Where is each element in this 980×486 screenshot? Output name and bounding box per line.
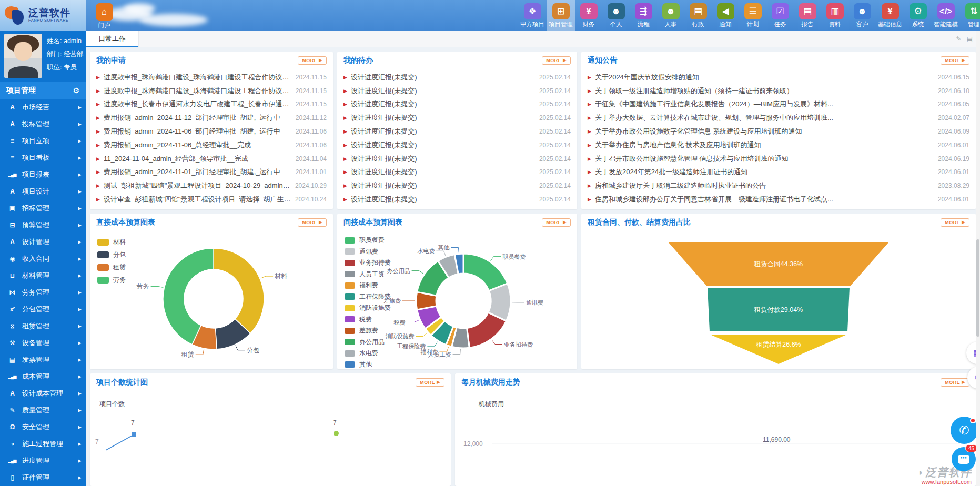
sidebar-item[interactable]: ⋈劳务管理▶ [0,284,86,301]
clipboard-icon[interactable]: ▤ [967,35,973,43]
sidebar-item[interactable]: ▯证件管理▶ [0,469,86,486]
nav-item-6[interactable]: ☻人事 [657,0,684,31]
sidebar-item[interactable]: A项目设计▶ [0,183,86,200]
sidebar-item[interactable]: ⊔材料管理▶ [0,267,86,284]
nav-item-12[interactable]: ▥资料 [821,0,848,31]
legend-item[interactable]: 人员工资 [345,270,391,279]
nav-item-11[interactable]: ▤报告 [794,0,821,31]
sidebar-item[interactable]: ⊟预算管理▶ [0,217,86,234]
list-item[interactable]: ▶关于2024年国庆节放假安排的通知2024.06.15 [588,70,969,84]
legend-item[interactable]: 材料 [97,238,126,247]
list-item[interactable]: ▶住房和城乡建设部办公厅关于同意吉林省开展二级建造师注册证书电子化试点...20… [588,193,969,206]
sidebar-item[interactable]: ⧖租赁管理▶ [0,318,86,335]
sidebar-item[interactable]: A设计管理▶ [0,234,86,250]
more-button[interactable]: MORE▶ [941,56,969,65]
legend-item[interactable]: 职员餐费 [345,236,391,245]
nav-item-15[interactable]: ⚙系统 [904,0,932,31]
list-item[interactable]: ▶设计进度汇报(未提交)2025.02.14 [343,193,571,206]
edit-icon[interactable]: ✎ [956,35,962,43]
more-button[interactable]: MORE▶ [542,218,571,227]
list-item[interactable]: ▶进度款申报_珠海鹤港口建设_珠海鹤港口建设工程合作协议书_admin_...2… [96,84,327,98]
sidebar-item[interactable]: ◑施工过程管理▶ [0,436,86,452]
legend-item[interactable]: 业务招待费 [345,258,391,267]
list-item[interactable]: ▶费用报销_admin_2024-11-06_总经理审批__完成2024.11.… [96,138,327,152]
sidebar-item[interactable]: Ω安全管理▶ [0,419,86,436]
legend-item[interactable]: 通讯费 [345,247,391,256]
nav-item-2[interactable]: ⊞项目管理 [547,0,575,31]
sidebar-item[interactable]: A设计成本管理▶ [0,385,86,402]
nav-item-7[interactable]: ▤行政 [684,0,712,31]
nav-item-9[interactable]: ☰计划 [739,0,766,31]
sidebar-item[interactable]: ▣招标管理▶ [0,200,86,217]
list-item[interactable]: ▶关于领取一级注册建造师增项贴的通知（须持一建证书前来领取）2024.06.10 [588,84,969,98]
list-item[interactable]: ▶关于举办市政公用设施数字化管理信息 系统建设与应用培训班的通知2024.06.… [588,125,969,138]
list-item[interactable]: ▶费用报销_admin_2024-11-01_部门经理审批_胡建,_运行中202… [96,166,327,179]
legend-item[interactable]: 分包 [97,250,126,259]
list-item[interactable]: ▶关于召开市政公用设施智慧化管理 信息技术与应用培训班的通知2024.06.19 [588,152,969,166]
list-item[interactable]: ▶进度款申报_长春市伊通河水力发电厂改建工程_长春市伊通河水力发电...2024… [96,98,327,112]
list-item[interactable]: ▶设计进度汇报(未提交)2025.02.14 [343,84,571,98]
list-item[interactable]: ▶费用报销_admin_2024-11-12_部门经理审批_胡建,_运行中202… [96,111,327,125]
sidebar-item[interactable]: ▂▄▆成本管理▶ [0,368,86,385]
legend-item[interactable]: 其他 [345,360,391,369]
list-item[interactable]: ▶设计进度汇报(未提交)2025.02.14 [343,125,571,138]
list-item[interactable]: ▶房和城乡建设厅关于取消二级建造师临时执业证书的公告2023.08.29 [588,179,969,193]
list-item[interactable]: ▶设计进度汇报(未提交)2025.02.14 [343,111,571,125]
chat-button[interactable]: 45 ⋯ [952,447,976,471]
nav-item-14[interactable]: ¥基础信息 [876,0,904,31]
more-button[interactable]: MORE▶ [941,218,969,227]
list-item[interactable]: ▶关于举办大数据、云计算技术在城市建设、规划、管理与服务中的应用培训班...20… [588,111,969,125]
customer-service-button[interactable]: ✆ [951,417,978,444]
legend-item[interactable]: 税费 [345,315,391,324]
list-item[interactable]: ▶11_2024-11-04_admin_经营部_领导审批__完成2024.11… [96,152,327,166]
legend-item[interactable]: 办公用品 [345,338,391,347]
list-item[interactable]: ▶设计审查_彭祖新城"四馆"景观工程设计项目_请选择_胡广生_2024-10-2… [96,193,327,206]
legend-item[interactable]: 劳务 [97,276,126,285]
legend-item[interactable]: 水电费 [345,349,391,358]
list-item[interactable]: ▶设计进度汇报(未提交)2025.02.14 [343,98,571,112]
tab-daily-work[interactable]: 日常工作 [86,31,139,47]
legend-item[interactable]: 消防设施费 [345,303,391,312]
list-item[interactable]: ▶费用报销_admin_2024-11-06_部门经理审批_胡建,_运行中202… [96,125,327,138]
sidebar-item[interactable]: ▂▄▆项目报表▶ [0,166,86,183]
list-item[interactable]: ▶设计进度汇报(未提交)2025.02.14 [343,152,571,166]
sidebar-item[interactable]: ◉收入合同▶ [0,250,86,267]
more-button[interactable]: MORE▶ [298,56,327,65]
more-button[interactable]: MORE▶ [298,218,327,227]
nav-item-13[interactable]: ☻客户 [848,0,876,31]
legend-item[interactable]: 工程保险费 [345,292,391,301]
nav-item-5[interactable]: ⇶流程 [630,0,657,31]
sidebar-item[interactable]: ▂▄▆进度管理▶ [0,452,86,469]
legend-item[interactable]: 差旅费 [345,326,391,335]
more-button[interactable]: MORE▶ [941,378,969,387]
scrollbar-thumb[interactable] [976,239,979,337]
list-item[interactable]: ▶关于发放2024年第24批一级建造师注册证书的通知2024.06.01 [588,166,969,179]
list-item[interactable]: ▶设计进度汇报(未提交)2025.02.14 [343,138,571,152]
legend-item[interactable]: 租赁 [97,263,126,272]
nav-item-16[interactable]: </>智能建模 [932,0,960,31]
sidebar-item[interactable]: ≡项目立项▶ [0,133,86,149]
more-button[interactable]: MORE▶ [416,378,444,387]
sidebar-item[interactable]: ✎质量管理▶ [0,402,86,419]
list-item[interactable]: ▶进度款申报_珠海鹤港口建设_珠海鹤港口建设工程合作协议书_admin_...2… [96,70,327,84]
list-item[interactable]: ▶设计进度汇报(未提交)2025.02.14 [343,70,571,84]
sidebar-item[interactable]: x²分包管理▶ [0,301,86,318]
nav-item-17[interactable]: ⇅管理 [960,0,980,31]
more-button[interactable]: MORE▶ [542,56,571,65]
gear-icon[interactable]: ⚙ [73,86,79,95]
list-item[interactable]: ▶于征集《中国建筑施工行业信息化发展报告（2024）—BIM应用与发展》材料..… [588,98,969,112]
list-item[interactable]: ▶设计进度汇报(未提交)2025.02.14 [343,166,571,179]
list-item[interactable]: ▶设计进度汇报(未提交)2025.02.14 [343,179,571,193]
sidebar-item[interactable]: ≡项目看板▶ [0,149,86,166]
list-item[interactable]: ▶测试_彭祖新城"四馆"景观工程设计项目_2024-10-29_admin_结束… [96,179,327,193]
nav-item-3[interactable]: ¥财务 [575,0,602,31]
sidebar-item[interactable]: ▤发票管理▶ [0,351,86,368]
sidebar-section-header[interactable]: 项目管理 ⚙ [0,82,86,99]
nav-item-10[interactable]: ☑任务 [766,0,794,31]
legend-item[interactable]: 福利费 [345,281,391,290]
nav-item-1[interactable]: ❖甲方项目 [518,0,547,31]
sidebar-item[interactable]: A投标管理▶ [0,116,86,133]
sidebar-item[interactable]: A市场经营▶ [0,99,86,116]
nav-item-8[interactable]: ◀通知 [712,0,739,31]
nav-item-portal[interactable]: ⌂ 门户 [90,0,118,31]
